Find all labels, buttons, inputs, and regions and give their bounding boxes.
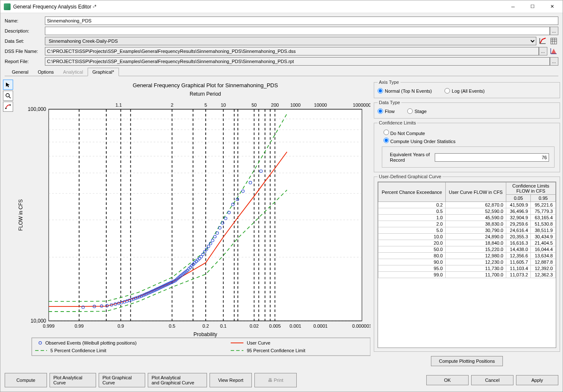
svg-rect-9 <box>49 109 362 321</box>
description-input[interactable] <box>45 27 550 35</box>
name-label: Name: <box>5 18 45 23</box>
svg-text:Return Period: Return Period <box>190 91 221 97</box>
minimize-button[interactable]: ─ <box>503 1 523 13</box>
svg-text:100,000: 100,000 <box>28 106 47 112</box>
svg-text:0.999: 0.999 <box>43 323 55 329</box>
ok-button[interactable]: OK <box>426 375 469 385</box>
svg-text:5: 5 <box>204 102 207 108</box>
curve-tool[interactable] <box>3 102 13 112</box>
svg-text:10000: 10000 <box>314 102 327 108</box>
frequency-plot[interactable]: 10,000100,0000.9990.990.90.50.20.10.020.… <box>15 80 372 369</box>
svg-text:1.1: 1.1 <box>116 102 122 108</box>
svg-text:10: 10 <box>221 102 226 108</box>
dss-browse-button[interactable]: … <box>539 47 547 55</box>
svg-text:0.1: 0.1 <box>220 323 226 329</box>
svg-line-6 <box>9 97 11 98</box>
compute-button[interactable]: Compute <box>5 373 47 387</box>
svg-text:General Frequency Graphical Pl: General Frequency Graphical Plot for Sin… <box>132 82 278 88</box>
svg-text:User Curve: User Curve <box>247 340 270 345</box>
svg-text:200: 200 <box>271 102 279 108</box>
tab-graphical[interactable]: Graphical* <box>88 68 119 76</box>
plot-graphical-button[interactable]: Plot Graphical Curve <box>99 373 145 387</box>
svg-text:1000: 1000 <box>290 102 301 108</box>
tab-options[interactable]: Options <box>33 68 58 76</box>
cancel-button[interactable]: Cancel <box>471 375 513 385</box>
tab-analytical: Analytical <box>58 68 88 76</box>
data-type-group: Data Type Flow Stage <box>374 100 560 119</box>
svg-text:0.99: 0.99 <box>75 323 83 329</box>
dataset-label: Data Set: <box>5 39 45 44</box>
table-row[interactable]: 0.552,590.036,496.975,779.3 <box>378 208 556 215</box>
dss-input <box>45 47 539 55</box>
table-row[interactable]: 5.030,790.024,616.438,511.9 <box>378 227 556 234</box>
svg-point-5 <box>6 94 9 97</box>
svg-text:0.000001: 0.000001 <box>352 323 370 329</box>
equiv-years-label: Equivalent Years of Record <box>390 152 432 163</box>
table-row[interactable]: 80.012,980.012,356.613,634.8 <box>378 253 556 259</box>
dss-icon[interactable] <box>549 47 558 55</box>
svg-rect-0 <box>551 38 557 44</box>
description-browse-button[interactable]: … <box>550 27 558 35</box>
print-button: 🖶 Print <box>254 373 297 387</box>
table-row[interactable]: 20.018,840.016,616.321,404.5 <box>378 240 556 246</box>
svg-text:0.5: 0.5 <box>169 323 175 329</box>
svg-text:0.001: 0.001 <box>290 323 301 329</box>
table-row[interactable]: 95.011,730.011,103.412,392.0 <box>378 265 556 272</box>
svg-text:0.2: 0.2 <box>202 323 209 329</box>
tabulate-dataset-icon[interactable] <box>549 37 558 45</box>
name-input[interactable] <box>45 17 558 25</box>
report-browse-button[interactable]: … <box>550 57 558 66</box>
svg-text:10,000: 10,000 <box>30 318 46 324</box>
tabs: General Options Analytical Graphical* <box>5 67 558 76</box>
window-title: General Frequency Analysis Editor -* <box>13 4 503 10</box>
compute-plotting-positions-button[interactable]: Compute Plotting Positions <box>431 356 503 366</box>
table-row[interactable]: 2.038,830.029,259.651,530.8 <box>378 221 556 227</box>
svg-text:95 Percent Confidence Limit: 95 Percent Confidence Limit <box>247 348 305 353</box>
close-button[interactable]: ✕ <box>542 1 562 13</box>
svg-text:Probability: Probability <box>193 331 217 337</box>
table-row[interactable]: 50.015,220.014,438.016,044.4 <box>378 246 556 253</box>
plot-dataset-icon[interactable] <box>538 37 547 45</box>
compute-order-stats-radio[interactable]: Compute Using Order Statistics <box>384 139 455 144</box>
svg-text:0.0001: 0.0001 <box>313 323 328 329</box>
svg-point-8 <box>10 105 11 106</box>
svg-text:0.9: 0.9 <box>118 323 124 329</box>
user-curve-table[interactable]: Percent Chance Exceedance User Curve FLO… <box>378 182 556 348</box>
report-label: Report File: <box>5 59 45 64</box>
svg-text:0.005: 0.005 <box>269 323 281 329</box>
axis-log-radio[interactable]: Log (All Events) <box>444 88 485 94</box>
flow-radio[interactable]: Flow <box>378 108 395 114</box>
equiv-years-input[interactable] <box>435 153 549 162</box>
maximize-button[interactable]: ☐ <box>523 1 542 13</box>
table-row[interactable]: 1.045,590.032,904.963,165.4 <box>378 215 556 221</box>
dss-label: DSS File Name: <box>5 49 45 54</box>
table-row[interactable]: 90.012,230.011,605.712,887.8 <box>378 259 556 265</box>
axis-type-group: Axis Type Normal (Top N Events) Log (All… <box>374 80 560 98</box>
pointer-tool[interactable] <box>3 80 13 90</box>
report-input <box>45 57 550 66</box>
plot-both-button[interactable]: Plot Analytical and Graphical Curve <box>148 373 207 387</box>
zoom-tool[interactable] <box>3 91 13 101</box>
dataset-select[interactable]: Sinnemahoning Creek-Daily-PDS <box>45 37 536 45</box>
apply-button[interactable]: Apply <box>516 375 558 385</box>
svg-text:0.02: 0.02 <box>250 323 259 329</box>
confidence-limits-group: Confidence Limits Do Not Compute Compute… <box>374 120 560 172</box>
titlebar[interactable]: General Frequency Analysis Editor -* ─ ☐… <box>0 0 563 13</box>
stage-radio[interactable]: Stage <box>407 108 427 114</box>
svg-text:5 Percent Confidence Limit: 5 Percent Confidence Limit <box>50 348 106 353</box>
dont-compute-radio[interactable]: Do Not Compute <box>384 131 425 136</box>
print-icon: 🖶 <box>268 378 274 383</box>
view-report-button[interactable]: View Report <box>210 373 252 387</box>
plot-analytical-button[interactable]: Plot Analytical Curve <box>50 373 96 387</box>
tab-general[interactable]: General <box>7 68 33 76</box>
svg-point-139 <box>39 342 41 344</box>
user-curve-group: User-Defined Graphical Curve Percent Cha… <box>374 174 560 352</box>
description-label: Description: <box>5 28 45 33</box>
svg-text:Observed Events (Weibull plott: Observed Events (Weibull plotting positi… <box>45 340 137 345</box>
axis-normal-radio[interactable]: Normal (Top N Events) <box>378 88 432 94</box>
table-row[interactable]: 0.262,870.041,509.995,221.6 <box>378 202 556 208</box>
svg-text:50: 50 <box>251 102 257 108</box>
svg-text:FLOW in CFS: FLOW in CFS <box>18 199 24 231</box>
table-row[interactable]: 99.011,700.011,073.212,362.3 <box>378 272 556 278</box>
table-row[interactable]: 10.024,890.020,355.330,434.9 <box>378 234 556 240</box>
